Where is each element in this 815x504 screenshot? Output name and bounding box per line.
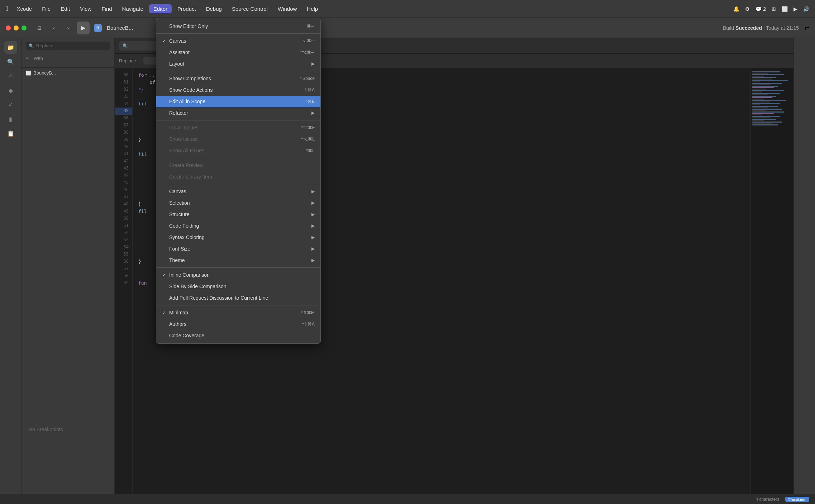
font-size-arrow: ▶ — [311, 246, 315, 251]
menu-canvas[interactable]: Canvas ⌥⌘↩ — [156, 35, 320, 47]
line-43: 43 — [115, 165, 132, 172]
line-39: 39 — [115, 136, 132, 143]
menu-window[interactable]: Window — [273, 4, 301, 13]
structure-label: Structure — [169, 211, 309, 217]
status-bar: 4 characters ©laimkiem — [0, 494, 815, 504]
apple-menu[interactable]:  — [6, 5, 8, 13]
menu-product[interactable]: Product — [173, 4, 200, 13]
line-54: 54 — [115, 244, 132, 251]
line-45: 45 — [115, 179, 132, 186]
search-field-icon: 🔍 — [123, 43, 128, 48]
tests-icon[interactable]: ✓ — [4, 98, 17, 111]
traffic-lights — [6, 25, 27, 30]
file-name: BouncyB... — [33, 70, 56, 76]
play-icon[interactable]: ▶ — [793, 6, 797, 12]
menu-create-library-item: Create Library Item — [156, 171, 320, 182]
status-bar-right: 4 characters ©laimkiem — [756, 497, 809, 502]
menu-canvas2[interactable]: Canvas ▶ — [156, 186, 320, 197]
refresh-icon[interactable]: ⇄ — [805, 24, 809, 31]
volume-icon[interactable]: 🔊 — [803, 6, 809, 12]
reports-icon[interactable]: 📋 — [4, 127, 17, 140]
line-55: 55 — [115, 251, 132, 258]
replace-label: Replace — [119, 58, 140, 63]
menu-structure[interactable]: Structure ▶ — [156, 209, 320, 220]
left-sidebar: 📁 🔍 ⚠ ◆ ✓ ▮ 📋 — [0, 38, 22, 504]
menu-xcode[interactable]: Xcode — [13, 4, 37, 13]
project-name: BounceB... — [107, 25, 133, 31]
edit-all-in-scope-shortcut: ^⌘E — [305, 99, 315, 104]
menu-inline-comparison[interactable]: Inline Comparison — [156, 269, 320, 281]
minimap-label: Minimap — [169, 310, 301, 315]
menu-find[interactable]: Find — [97, 4, 116, 13]
menu-font-size[interactable]: Font Size ▶ — [156, 243, 320, 255]
nav-back-btn[interactable]: ‹ — [48, 22, 59, 34]
nav-forward-btn[interactable]: › — [62, 22, 74, 34]
menu-add-pull-request[interactable]: Add Pull Request Discussion to Current L… — [156, 292, 320, 304]
sidebar-toggle-btn[interactable]: ⊟ — [34, 22, 45, 34]
menu-code-folding[interactable]: Code Folding ▶ — [156, 220, 320, 232]
refactor-label: Refactor — [169, 110, 309, 116]
status-tag: ©laimkiem — [785, 497, 810, 502]
line-31: 31 — [115, 79, 132, 86]
show-completions-label: Show Completions — [169, 76, 299, 81]
menu-authors[interactable]: Authors ^⇧⌘A — [156, 318, 320, 330]
menu-file[interactable]: File — [38, 4, 55, 13]
menu-show-code-actions[interactable]: Show Code Actions ⇧⌘A — [156, 84, 320, 96]
menu-show-editor-only[interactable]: Show Editor Only ⌘↩ — [156, 20, 320, 32]
menu-source-control[interactable]: Source Control — [228, 4, 272, 13]
show-all-issues-shortcut: ^⌘L — [306, 148, 315, 153]
navigator-icon[interactable]: 📁 — [4, 41, 17, 54]
settings-icon[interactable]: ⚙ — [745, 6, 750, 12]
line-38: 38 — [115, 129, 132, 136]
menu-fix-all-issues: Fix All Issues ^⌥⌘F — [156, 122, 320, 133]
menu-theme[interactable]: Theme ▶ — [156, 255, 320, 266]
menu-show-completions[interactable]: Show Completions ⌃Space — [156, 73, 320, 84]
line-48: 48 — [115, 201, 132, 208]
sidebar-toggle-icon[interactable]: ⬜ — [782, 6, 788, 12]
menu-code-coverage[interactable]: Code Coverage — [156, 330, 320, 341]
add-pull-request-label: Add Pull Request Discussion to Current L… — [169, 295, 315, 301]
menu-editor[interactable]: Editor — [149, 4, 172, 13]
font-size-label: Font Size — [169, 246, 309, 252]
menu-refactor[interactable]: Refactor ▶ — [156, 107, 320, 119]
menu-debug[interactable]: Debug — [202, 4, 226, 13]
run-button[interactable]: ▶ — [77, 22, 90, 34]
assistant-shortcut: ^⌥⌘↩ — [300, 50, 315, 55]
canvas-label: Canvas — [169, 38, 302, 44]
show-code-actions-shortcut: ⇧⌘A — [304, 87, 315, 92]
maximize-button[interactable] — [22, 25, 27, 30]
search-input[interactable] — [36, 43, 107, 48]
check-minimap — [162, 310, 169, 315]
minimize-button[interactable] — [14, 25, 19, 30]
code-folding-label: Code Folding — [169, 223, 309, 229]
menu-assistant[interactable]: Assistant ^⌥⌘↩ — [156, 47, 320, 58]
menu-minimap[interactable]: Minimap ^⇧⌘M — [156, 307, 320, 318]
menu-view[interactable]: View — [76, 4, 96, 13]
wechat-icon[interactable]: 💬 2 — [756, 6, 766, 12]
notification-icon[interactable]: 🔔 — [733, 6, 739, 12]
menu-selection[interactable]: Selection ▶ — [156, 197, 320, 209]
menu-side-by-side[interactable]: Side By Side Comparison — [156, 281, 320, 292]
file-item-bouncyb[interactable]: ⬜ BouncyB... — [22, 69, 114, 77]
line-37: 37 — [115, 122, 132, 129]
close-button[interactable] — [6, 25, 11, 30]
main-layout: 📁 🔍 ⚠ ◆ ✓ ▮ 📋 🔍 ✏ With ⬜ BouncyB... No B… — [0, 38, 815, 504]
menu-syntax-coloring[interactable]: Syntax Coloring ▶ — [156, 232, 320, 243]
line-53: 53 — [115, 237, 132, 244]
line-58: 58 — [115, 272, 132, 280]
issues-icon[interactable]: ⚠ — [4, 70, 17, 82]
menu-edit[interactable]: Edit — [56, 4, 74, 13]
theme-arrow: ▶ — [311, 258, 315, 263]
menu-navigate[interactable]: Navigate — [118, 4, 148, 13]
grid-icon[interactable]: ⊞ — [772, 6, 776, 12]
breakpoints-icon[interactable]: ◆ — [4, 84, 17, 97]
search-nav-icon[interactable]: 🔍 — [4, 55, 17, 68]
line-57: 57 — [115, 265, 132, 272]
show-all-issues-label: Show All Issues — [169, 148, 306, 153]
menu-help[interactable]: Help — [302, 4, 322, 13]
line-51: 51 — [115, 222, 132, 229]
debug-icon[interactable]: ▮ — [4, 113, 17, 125]
menu-layout[interactable]: Layout ▶ — [156, 58, 320, 70]
menu-edit-all-in-scope[interactable]: Edit All in Scope ^⌘E — [156, 96, 320, 107]
create-preview-label: Create Preview — [169, 162, 315, 168]
